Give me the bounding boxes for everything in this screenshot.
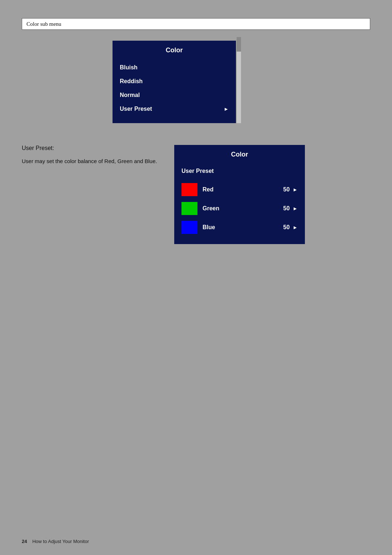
blue-arrow-icon: ► (293, 224, 298, 230)
bottom-menu-title: Color (181, 151, 298, 158)
menu-item-blue[interactable]: Blue 50 ► (181, 218, 298, 237)
red-arrow-icon: ► (293, 187, 298, 193)
menu-item-normal[interactable]: Normal (120, 88, 229, 102)
top-menu-wrapper: Color Bluish Reddish Normal User Preset … (22, 37, 241, 123)
green-label: Green (203, 205, 283, 212)
scrollbar-track[interactable] (237, 37, 241, 123)
menu-item-user-preset[interactable]: User Preset ► (120, 102, 229, 116)
green-swatch (181, 202, 197, 215)
menu-item-red[interactable]: Red 50 ► (181, 180, 298, 199)
color-menu-top: Color Bluish Reddish Normal User Preset … (113, 41, 236, 123)
red-value: 50 (283, 186, 290, 193)
menu-item-bluish[interactable]: Bluish (120, 61, 229, 74)
user-preset-label: User Preset (120, 106, 152, 112)
scrollbar-thumb[interactable] (237, 37, 241, 52)
footer: 24 How to Adjust Your Monitor (22, 539, 89, 544)
bluish-label: Bluish (120, 64, 138, 71)
desc-title: User Preset: (22, 145, 163, 151)
description-area: User Preset: User may set the color bala… (22, 145, 174, 166)
normal-label: Normal (120, 92, 140, 98)
header-title: Color sub menu (26, 21, 61, 27)
top-menu-title: Color (120, 46, 229, 54)
blue-value: 50 (283, 224, 290, 231)
desc-body: User may set the color balance of Red, G… (22, 157, 163, 166)
reddish-label: Reddish (120, 78, 143, 85)
red-label: Red (203, 186, 283, 193)
top-section: Color Bluish Reddish Normal User Preset … (22, 37, 370, 123)
footer-text: How to Adjust Your Monitor (32, 539, 89, 544)
bottom-section: User Preset: User may set the color bala… (22, 145, 370, 244)
submenu-label: User Preset (181, 165, 298, 180)
header-bar: Color sub menu (22, 18, 370, 30)
user-preset-arrow-icon: ► (224, 106, 229, 112)
blue-label: Blue (203, 224, 283, 231)
green-value: 50 (283, 205, 290, 212)
menu-item-green[interactable]: Green 50 ► (181, 199, 298, 218)
green-arrow-icon: ► (293, 206, 298, 211)
page-number: 24 (22, 539, 27, 544)
blue-swatch (181, 221, 197, 234)
red-swatch (181, 183, 197, 196)
color-menu-bottom: Color User Preset Red 50 ► Green 50 ► Bl… (174, 145, 305, 244)
menu-item-reddish[interactable]: Reddish (120, 74, 229, 88)
